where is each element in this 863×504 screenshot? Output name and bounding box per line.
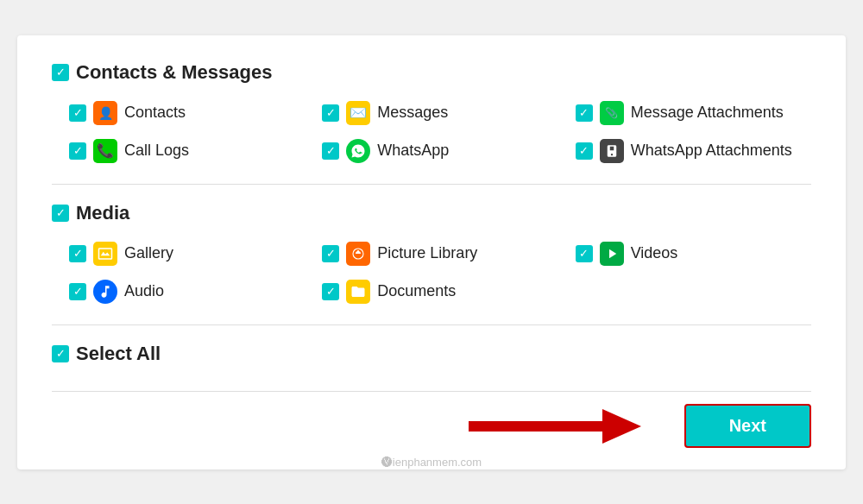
message-attachments-icon: 📎 — [600, 101, 624, 125]
contacts-checkbox[interactable]: ✓ — [69, 104, 86, 122]
videos-checkbox[interactable]: ✓ — [576, 245, 593, 262]
item-gallery: ✓ Gallery — [69, 242, 305, 266]
select-all-row: ✓ Select All — [52, 343, 811, 365]
message-attachments-checkbox[interactable]: ✓ — [576, 104, 593, 122]
media-checkbox[interactable]: ✓ — [52, 205, 69, 222]
item-call-logs: ✓ 📞 Call Logs — [69, 139, 305, 163]
documents-label: Documents — [377, 282, 456, 300]
section-divider-2 — [52, 324, 811, 325]
watermark-text: 🅥ienphanmem.com — [381, 456, 482, 469]
media-title: Media — [76, 202, 129, 224]
select-all-checkbox[interactable]: ✓ — [52, 345, 69, 362]
videos-icon — [600, 242, 624, 266]
contacts-messages-grid: ✓ 👤 Contacts ✓ ✉️ Messages ✓ 📎 Message A… — [69, 101, 811, 163]
whatsapp-attachments-icon — [600, 139, 624, 163]
contacts-messages-checkbox[interactable]: ✓ — [52, 64, 69, 81]
audio-label: Audio — [124, 282, 164, 300]
audio-checkbox[interactable]: ✓ — [69, 283, 86, 300]
gallery-icon — [93, 242, 117, 266]
gallery-label: Gallery — [124, 244, 173, 262]
picture-library-label: Picture Library — [377, 244, 477, 262]
item-message-attachments: ✓ 📎 Message Attachments — [576, 101, 811, 125]
item-whatsapp-attachments: ✓ WhatsApp Attachments — [576, 139, 811, 163]
select-all-label: Select All — [76, 343, 161, 365]
item-messages: ✓ ✉️ Messages — [322, 101, 557, 125]
message-attachments-label: Message Attachments — [631, 104, 784, 122]
item-contacts: ✓ 👤 Contacts — [69, 101, 305, 125]
messages-checkbox[interactable]: ✓ — [322, 104, 339, 122]
whatsapp-label: WhatsApp — [377, 142, 449, 160]
documents-icon — [346, 280, 370, 304]
item-picture-library: ✓ Picture Library — [322, 242, 557, 266]
media-header: ✓ Media — [52, 202, 811, 224]
contacts-icon: 👤 — [93, 101, 117, 125]
documents-checkbox[interactable]: ✓ — [322, 283, 339, 300]
contacts-messages-header: ✓ Contacts & Messages — [52, 61, 811, 84]
videos-label: Videos — [631, 244, 678, 262]
picture-library-icon — [346, 242, 370, 266]
media-grid: ✓ Gallery ✓ Picture Library ✓ V — [69, 242, 811, 304]
audio-icon — [93, 280, 117, 304]
main-card: ✓ Contacts & Messages ✓ 👤 Contacts ✓ ✉️ … — [17, 35, 846, 469]
gallery-checkbox[interactable]: ✓ — [69, 245, 86, 262]
picture-library-checkbox[interactable]: ✓ — [322, 245, 339, 262]
item-audio: ✓ Audio — [69, 280, 305, 304]
section-media: ✓ Media ✓ Gallery ✓ Picture Library — [52, 202, 811, 304]
svg-marker-3 — [602, 409, 641, 444]
contacts-messages-title: Contacts & Messages — [76, 61, 272, 84]
item-documents: ✓ Documents — [322, 280, 557, 304]
svg-point-1 — [357, 249, 359, 251]
whatsapp-icon — [346, 139, 370, 163]
arrow-icon — [460, 400, 650, 452]
whatsapp-attachments-checkbox[interactable]: ✓ — [576, 142, 593, 160]
item-whatsapp: ✓ WhatsApp — [322, 139, 557, 163]
messages-icon: ✉️ — [346, 101, 370, 125]
watermark: 🅥ienphanmem.com — [17, 454, 846, 469]
arrow-container — [52, 400, 667, 452]
item-videos: ✓ Videos — [576, 242, 811, 266]
section-divider-1 — [52, 184, 811, 185]
whatsapp-checkbox[interactable]: ✓ — [322, 142, 339, 160]
section-contacts-messages: ✓ Contacts & Messages ✓ 👤 Contacts ✓ ✉️ … — [52, 61, 811, 163]
call-logs-label: Call Logs — [124, 142, 189, 160]
call-logs-checkbox[interactable]: ✓ — [69, 142, 86, 160]
call-logs-icon: 📞 — [93, 139, 117, 163]
bottom-bar: Next — [52, 391, 811, 452]
contacts-label: Contacts — [124, 104, 186, 122]
whatsapp-attachments-label: WhatsApp Attachments — [631, 142, 792, 160]
next-button[interactable]: Next — [684, 404, 811, 448]
messages-label: Messages — [377, 104, 448, 122]
